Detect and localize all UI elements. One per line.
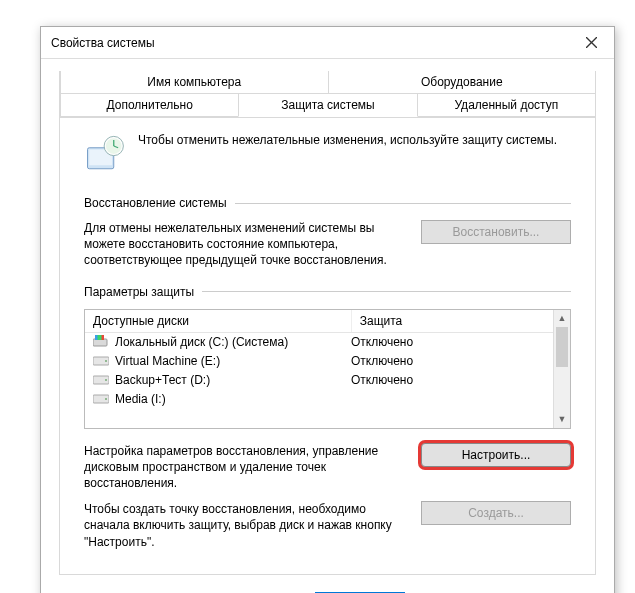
intro-text: Чтобы отменить нежелательные изменения, … <box>138 132 557 148</box>
column-protection[interactable]: Защита <box>352 310 522 332</box>
drive-list-header: Доступные диски Защита <box>85 310 570 333</box>
restore-description: Для отмены нежелательных изменений систе… <box>84 220 405 269</box>
svg-point-13 <box>105 360 107 362</box>
drive-name: Локальный диск (C:) (Система) <box>115 335 288 349</box>
dialog-footer: ОК Отмена Применить <box>41 583 614 593</box>
column-drives[interactable]: Доступные диски <box>85 310 352 332</box>
intro-block: Чтобы отменить нежелательные изменения, … <box>84 132 571 174</box>
svg-point-17 <box>105 398 107 400</box>
create-description: Чтобы создать точку восстановления, необ… <box>84 501 405 550</box>
drive-icon <box>93 373 109 388</box>
divider <box>235 203 571 204</box>
tab-system-protection[interactable]: Защита системы <box>238 93 417 117</box>
tab-remote[interactable]: Удаленный доступ <box>417 93 596 117</box>
scroll-up-icon[interactable]: ▲ <box>554 310 570 327</box>
scroll-down-icon[interactable]: ▼ <box>554 411 570 428</box>
table-row[interactable]: Virtual Machine (E:)Отключено <box>85 352 570 371</box>
restore-button[interactable]: Восстановить... <box>421 220 571 244</box>
titlebar: Свойства системы <box>41 27 614 59</box>
tab-advanced[interactable]: Дополнительно <box>60 93 239 117</box>
drive-icon <box>93 392 109 407</box>
divider <box>202 291 571 292</box>
svg-rect-8 <box>93 339 107 346</box>
configure-button[interactable]: Настроить... <box>421 443 571 467</box>
scrollbar[interactable]: ▲ ▼ <box>553 310 570 428</box>
section-restore-heading: Восстановление системы <box>84 196 571 210</box>
scroll-thumb[interactable] <box>556 327 568 367</box>
tab-strip: Имя компьютера Оборудование Дополнительн… <box>59 71 596 117</box>
svg-rect-11 <box>98 335 102 340</box>
close-button[interactable] <box>569 27 614 59</box>
drive-name: Virtual Machine (E:) <box>115 354 220 368</box>
shield-clock-icon <box>84 132 126 174</box>
system-properties-dialog: Свойства системы Имя компьютера Оборудов… <box>40 26 615 593</box>
configure-description: Настройка параметров восстановления, упр… <box>84 443 405 492</box>
window-title: Свойства системы <box>51 36 155 50</box>
drive-list[interactable]: Доступные диски Защита Локальный диск (C… <box>84 309 571 429</box>
table-row[interactable]: Backup+Тест (D:)Отключено <box>85 371 570 390</box>
drive-name: Media (I:) <box>115 392 166 406</box>
svg-point-15 <box>105 379 107 381</box>
close-icon <box>586 37 597 48</box>
drive-status: Отключено <box>351 373 515 387</box>
section-protection-label: Параметры защиты <box>84 285 194 299</box>
tab-panel: Чтобы отменить нежелательные изменения, … <box>59 117 596 575</box>
drive-icon <box>93 335 109 350</box>
table-row[interactable]: Media (I:) <box>85 390 570 409</box>
section-restore-label: Восстановление системы <box>84 196 227 210</box>
table-row[interactable]: Локальный диск (C:) (Система)Отключено <box>85 333 570 352</box>
tab-hardware[interactable]: Оборудование <box>328 71 597 94</box>
drive-status: Отключено <box>351 354 515 368</box>
tab-computer-name[interactable]: Имя компьютера <box>60 71 329 94</box>
drive-status: Отключено <box>351 335 515 349</box>
drive-name: Backup+Тест (D:) <box>115 373 210 387</box>
section-protection-heading: Параметры защиты <box>84 285 571 299</box>
drive-icon <box>93 354 109 369</box>
create-button[interactable]: Создать... <box>421 501 571 525</box>
